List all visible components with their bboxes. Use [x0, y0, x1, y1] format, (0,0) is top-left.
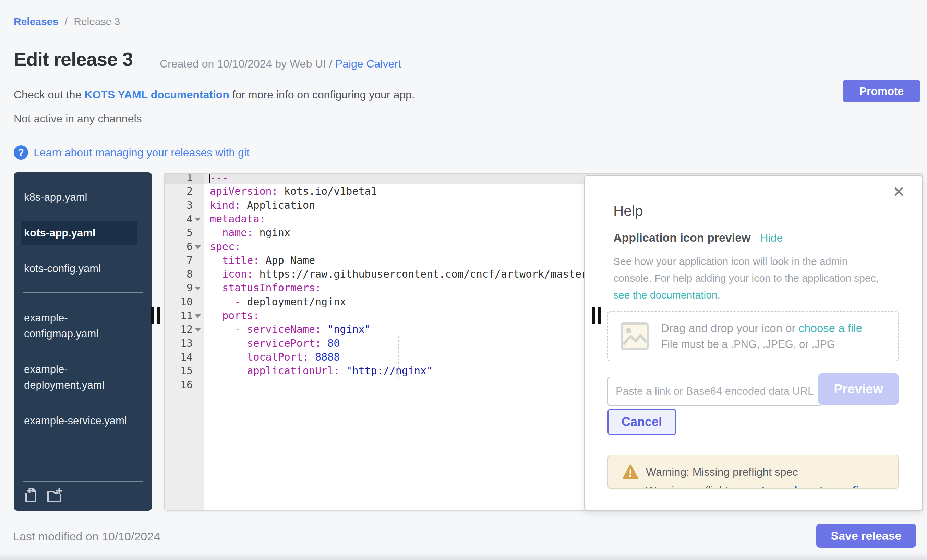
line-number: 14	[164, 350, 193, 364]
code-text: spec:	[210, 240, 241, 253]
choose-file-link[interactable]: choose a file	[799, 322, 862, 334]
image-placeholder-icon	[620, 322, 649, 350]
description-line: See how your application icon will look …	[613, 253, 879, 270]
warning-title: Warning: Missing preflight spec	[646, 466, 798, 478]
breadcrumb: Releases / Release 3	[14, 16, 120, 27]
file-item-example-configmap.yaml[interactable]: example-configmap.yaml	[21, 306, 137, 346]
line-number: 1	[164, 173, 193, 184]
line-number: 11	[164, 308, 193, 322]
file-item-kots-config.yaml[interactable]: kots-config.yaml	[21, 257, 137, 281]
file-tree-actions	[23, 481, 143, 504]
code-text: applicationUrl: "http://nginx"	[210, 364, 433, 378]
breadcrumb-releases-link[interactable]: Releases	[14, 16, 58, 27]
code-text: kind: Application	[210, 198, 315, 212]
file-item-example-deployment.yaml[interactable]: example-deployment.yaml	[21, 357, 137, 397]
new-file-icon[interactable]	[23, 487, 39, 504]
fold-chevron-icon[interactable]	[195, 218, 201, 222]
line-number: 16	[164, 378, 193, 392]
bottom-edge-shadow	[0, 552, 927, 560]
question-circle-icon: ?	[14, 145, 28, 160]
file-tree-top-group: k8s-app.yamlkots-app.yamlkots-config.yam…	[14, 185, 152, 281]
code-text: metadata:	[210, 212, 266, 226]
breadcrumb-current: Release 3	[74, 16, 120, 27]
text-cursor	[209, 173, 210, 184]
fold-chevron-icon[interactable]	[195, 287, 201, 290]
code-text: title: App Name	[210, 253, 315, 267]
description-period: .	[717, 289, 720, 300]
description-line: console. For help adding your icon to th…	[613, 270, 879, 287]
kots-yaml-docs-link[interactable]: KOTS YAML documentation	[84, 88, 229, 101]
icon-preview-title: Application icon preview	[613, 231, 751, 244]
code-text: servicePort: 80	[210, 336, 340, 350]
help-panel: ✕ Help Application icon preview Hide See…	[584, 176, 923, 511]
line-number: 10	[164, 295, 193, 309]
new-folder-icon[interactable]	[47, 487, 63, 504]
git-help-label: Learn about managing your releases with …	[33, 146, 249, 159]
breadcrumb-separator: /	[64, 16, 67, 27]
description-line: see the documentation.	[613, 287, 879, 303]
icon-preview-section-header: Application icon preview Hide	[613, 231, 783, 244]
docs-line: Check out the KOTS YAML documentation fo…	[14, 88, 415, 101]
file-item-k8s-app.yaml[interactable]: k8s-app.yaml	[21, 185, 137, 209]
line-number: 5	[164, 226, 193, 240]
learn-configure-link[interactable]: Learn how to configure	[761, 484, 883, 489]
help-resize-handle[interactable]	[593, 307, 601, 324]
code-text: name: nginx	[210, 226, 290, 240]
warning-detail-text: Warning preflight-spec.	[646, 484, 761, 489]
promote-button[interactable]: Promote	[843, 80, 921, 102]
channel-status: Not active in any channels	[14, 112, 142, 125]
save-release-button[interactable]: Save release	[816, 524, 916, 548]
release-editor-page: Releases / Release 3 Edit release 3 Crea…	[0, 0, 927, 560]
code-text: icon: https://raw.githubusercontent.com/…	[210, 267, 594, 281]
code-text: ---	[210, 173, 228, 184]
warning-detail: Warning preflight-spec. Learn how to con…	[646, 484, 883, 489]
code-text: localPort: 8888	[210, 350, 340, 364]
created-text: Created on 10/10/2024 by Web UI /	[160, 58, 335, 70]
line-number: 8	[164, 267, 193, 281]
help-panel-title: Help	[613, 203, 643, 219]
created-by-link[interactable]: Paige Calvert	[335, 58, 401, 70]
line-number: 2	[164, 184, 193, 198]
line-number: 13	[164, 336, 193, 350]
file-tree-divider	[23, 292, 143, 293]
fold-chevron-icon[interactable]	[195, 328, 201, 332]
line-number: 4	[164, 212, 193, 226]
line-number: 12	[164, 322, 193, 336]
see-documentation-link[interactable]: see the documentation	[613, 289, 717, 300]
file-tree-bottom-group: example-configmap.yamlexample-deployment…	[14, 306, 152, 433]
preflight-warning: Warning: Missing preflight spec Warning …	[608, 455, 898, 489]
hide-link[interactable]: Hide	[760, 232, 783, 244]
docs-text-after: for more info on configuring your app.	[229, 88, 415, 101]
sidebar-resize-handle[interactable]	[151, 307, 160, 324]
icon-preview-description: See how your application icon will look …	[613, 253, 879, 303]
code-text: apiVersion: kots.io/v1beta1	[210, 184, 377, 198]
code-text: - deployment/nginx	[210, 295, 346, 309]
icon-url-input[interactable]	[608, 376, 822, 406]
dropzone-label: Drag and drop your icon or	[661, 322, 799, 334]
last-modified: Last modified on 10/10/2024	[13, 530, 160, 543]
cancel-button[interactable]: Cancel	[608, 408, 676, 435]
fold-chevron-icon[interactable]	[195, 245, 201, 249]
line-number: 6	[164, 240, 193, 253]
git-help-link[interactable]: ? Learn about managing your releases wit…	[14, 145, 249, 160]
close-icon[interactable]: ✕	[892, 184, 905, 199]
file-tree-sidebar: k8s-app.yamlkots-app.yamlkots-config.yam…	[14, 172, 152, 511]
preview-button[interactable]: Preview	[818, 373, 898, 405]
docs-text-before: Check out the	[14, 88, 84, 101]
icon-dropzone[interactable]: Drag and drop your icon or choose a file…	[608, 311, 898, 361]
code-text: - serviceName: "nginx"	[210, 322, 371, 336]
line-number: 7	[164, 253, 193, 267]
line-number: 3	[164, 198, 193, 212]
warning-triangle-icon	[623, 464, 638, 480]
code-text: ports:	[210, 308, 260, 322]
code-text: statusInformers:	[210, 281, 321, 295]
dropzone-text: Drag and drop your icon or choose a file…	[661, 322, 862, 351]
fold-chevron-icon[interactable]	[195, 314, 201, 318]
created-info: Created on 10/10/2024 by Web UI / Paige …	[160, 58, 401, 70]
file-item-example-service.yaml[interactable]: example-service.yaml	[21, 409, 137, 433]
line-number: 9	[164, 281, 193, 295]
file-item-kots-app.yaml[interactable]: kots-app.yaml	[21, 221, 137, 245]
indent-guide	[398, 336, 399, 378]
line-number: 15	[164, 364, 193, 378]
dropzone-filetypes: File must be a .PNG, .JPEG, or .JPG	[661, 338, 862, 351]
